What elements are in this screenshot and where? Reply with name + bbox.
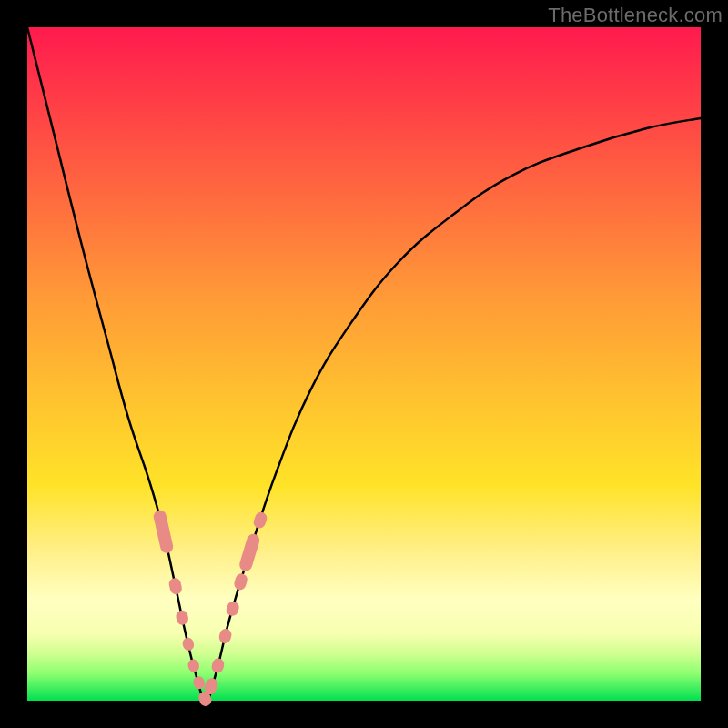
- curve-marker: [175, 610, 189, 626]
- curve-marker: [252, 511, 268, 530]
- curve-marker: [233, 572, 249, 592]
- curve-markers-group: [152, 509, 268, 707]
- curve-marker: [217, 628, 232, 645]
- curve-marker: [225, 600, 240, 617]
- chart-overlay-svg: [27, 27, 701, 701]
- chart-plot-area: [27, 27, 701, 701]
- curve-marker: [210, 657, 225, 674]
- curve-marker: [238, 532, 260, 572]
- curve-marker: [152, 509, 174, 554]
- curve-marker: [181, 637, 195, 652]
- watermark-text: TheBottleneck.com: [548, 4, 723, 27]
- curve-marker: [187, 658, 200, 672]
- chart-frame: TheBottleneck.com: [0, 0, 728, 728]
- curve-marker: [168, 577, 184, 595]
- bottleneck-curve: [27, 27, 701, 701]
- curve-marker: [192, 675, 207, 691]
